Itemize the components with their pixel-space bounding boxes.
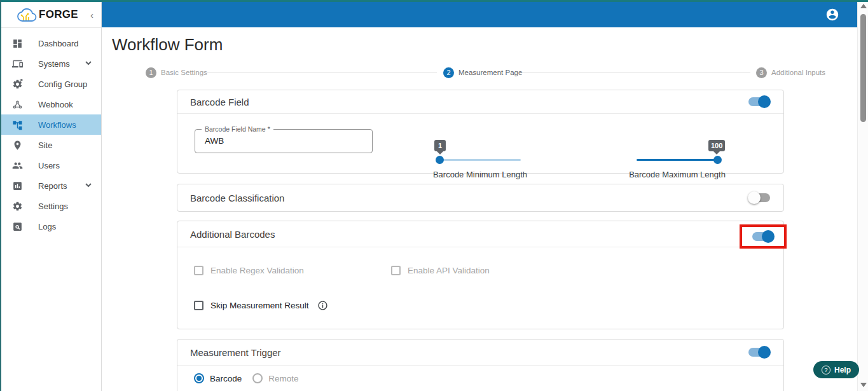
help-button[interactable]: ? Help <box>813 361 859 378</box>
slider-thumb[interactable] <box>436 156 444 164</box>
checkbox-icon[interactable] <box>194 266 203 275</box>
sidebar-item-config-group[interactable]: Config Group <box>0 74 101 94</box>
window-left-edge <box>0 0 1 391</box>
logo-text: FORGE <box>39 8 78 21</box>
checkbox-icon[interactable] <box>194 301 203 310</box>
webhook-icon <box>12 99 23 110</box>
account-icon[interactable] <box>825 8 839 22</box>
slider-thumb[interactable] <box>713 156 722 164</box>
page-title: Workflow Form <box>112 35 223 55</box>
barcode-radio[interactable] <box>194 373 204 383</box>
sidebar-item-reports[interactable]: Reports <box>0 175 101 196</box>
slider-value-badge: 100 <box>708 140 725 151</box>
input-value: AWB <box>195 130 372 153</box>
barcode-field-name-input[interactable]: Barcode Field Name * AWB <box>195 129 373 153</box>
trigger-radio-group: Barcode Remote <box>194 373 299 383</box>
sidebar-item-site[interactable]: Site <box>0 135 101 155</box>
scrollbar-thumb[interactable] <box>860 14 866 122</box>
site-icon <box>12 140 23 151</box>
input-floating-label: Barcode Field Name * <box>202 125 273 133</box>
sidebar-collapse-icon[interactable]: ‹ <box>90 10 93 20</box>
barcode-classification-card: Barcode Classification <box>177 184 784 212</box>
card-header: Barcode Classification <box>177 184 783 211</box>
logs-icon <box>12 221 23 232</box>
card-header: Barcode Field <box>177 90 783 114</box>
enable-regex-validation-checkbox[interactable]: Enable Regex Validation <box>194 266 304 275</box>
slider-label: Barcode Minimum Length <box>417 170 544 179</box>
sidebar: FORGE ‹ Dashboard Systems Config Group W… <box>0 2 102 391</box>
step-number: 3 <box>756 67 767 78</box>
card-title: Measurement Trigger <box>190 347 281 358</box>
sidebar-item-workflows[interactable]: Workflows <box>0 114 101 135</box>
sidebar-item-label: Systems <box>38 59 70 69</box>
forge-cloud-logo-icon <box>15 7 37 22</box>
sidebar-item-webhook[interactable]: Webhook <box>0 94 101 114</box>
step-label: Measurement Page <box>458 69 522 76</box>
question-icon: ? <box>822 366 830 374</box>
chevron-down-icon[interactable] <box>85 59 92 69</box>
card-title: Barcode Classification <box>190 193 284 203</box>
sidebar-item-dashboard[interactable]: Dashboard <box>0 33 101 53</box>
step-measurement-page[interactable]: 2 Measurement Page <box>443 67 522 78</box>
additional-barcodes-toggle[interactable] <box>752 230 775 243</box>
scroll-down-icon[interactable] <box>860 383 867 387</box>
toggle-thumb <box>758 346 771 359</box>
reports-icon <box>12 181 23 191</box>
enable-api-validation-checkbox[interactable]: Enable API Validation <box>391 266 490 275</box>
sidebar-item-users[interactable]: Users <box>0 155 101 175</box>
slider-track[interactable] <box>439 159 521 161</box>
app-bar <box>102 2 857 27</box>
checkbox-label: Enable API Validation <box>408 266 490 275</box>
step-number: 1 <box>146 67 156 78</box>
skip-measurement-result-checkbox[interactable]: Skip Measurement Result <box>194 300 328 311</box>
highlight-annotation-box <box>740 224 787 249</box>
stepper-connector <box>518 72 750 72</box>
workflows-icon <box>12 120 23 130</box>
window-top-strip <box>0 0 868 2</box>
card-header: Additional Barcodes <box>177 221 783 247</box>
sidebar-item-systems[interactable]: Systems <box>0 53 101 74</box>
radio-label: Remote <box>268 374 298 383</box>
checkbox-label: Enable Regex Validation <box>210 266 304 275</box>
sidebar-item-settings[interactable]: Settings <box>0 196 101 216</box>
step-label: Additional Inputs <box>771 69 825 76</box>
sidebar-nav: Dashboard Systems Config Group Webhook W… <box>0 28 101 237</box>
additional-barcodes-card: Additional Barcodes Enable Regex Validat… <box>177 221 784 329</box>
sidebar-header: FORGE ‹ <box>0 2 101 28</box>
measurement-trigger-toggle[interactable] <box>748 346 771 359</box>
slider-label: Barcode Maximum Length <box>614 170 741 179</box>
stepper-connector <box>205 72 437 72</box>
barcode-classification-toggle[interactable] <box>748 191 771 204</box>
chevron-down-icon[interactable] <box>85 181 92 191</box>
radio-label: Barcode <box>210 374 242 383</box>
remote-radio[interactable] <box>252 373 263 383</box>
barcode-field-card: Barcode Field Barcode Field Name * AWB 1… <box>177 90 784 174</box>
step-basic-settings[interactable]: 1 Basic Settings <box>146 67 207 78</box>
checkbox-icon[interactable] <box>391 266 401 275</box>
sidebar-item-label: Config Group <box>38 79 87 89</box>
users-icon <box>12 160 23 171</box>
vertical-scrollbar[interactable] <box>857 0 868 391</box>
sidebar-item-label: Logs <box>38 222 56 231</box>
checkbox-label: Skip Measurement Result <box>210 301 309 310</box>
systems-icon <box>12 58 23 69</box>
toggle-thumb <box>762 230 775 243</box>
info-icon[interactable] <box>317 300 328 311</box>
slider-track[interactable] <box>637 159 718 161</box>
sidebar-item-label: Webhook <box>38 100 73 109</box>
sidebar-item-label: Site <box>38 141 52 150</box>
step-number: 2 <box>443 67 454 78</box>
dashboard-icon <box>12 38 23 49</box>
card-title: Additional Barcodes <box>190 229 275 240</box>
step-additional-inputs[interactable]: 3 Additional Inputs <box>756 67 825 78</box>
step-label: Basic Settings <box>161 69 207 76</box>
help-label: Help <box>834 366 851 374</box>
barcode-field-toggle[interactable] <box>748 95 771 108</box>
sidebar-item-label: Settings <box>38 202 68 211</box>
sidebar-item-label: Users <box>38 161 60 170</box>
sidebar-item-label: Workflows <box>38 120 76 130</box>
settings-icon <box>12 201 23 212</box>
main-content: Workflow Form 1 Basic Settings 2 Measure… <box>102 27 857 391</box>
scroll-up-icon[interactable] <box>860 4 867 8</box>
sidebar-item-logs[interactable]: Logs <box>0 216 101 237</box>
